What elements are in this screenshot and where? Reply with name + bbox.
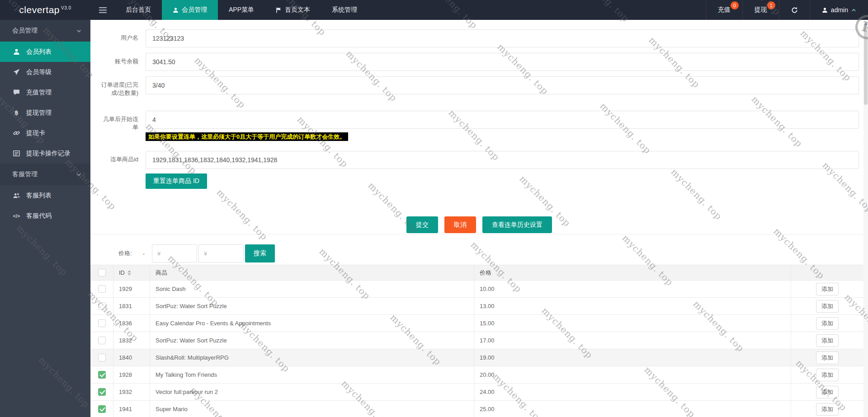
row-checkbox[interactable] [98,285,106,293]
send-icon [13,69,20,75]
table-row: 1836Easy Calendar Pro - Events & Appoint… [91,315,864,332]
add-button[interactable]: 添加 [816,300,839,313]
user-icon [822,7,828,13]
member-edit-form: 用户名账号余额订单进度(已完成/总数量)几单后开始连单如果你要设置连单，这里必须… [90,20,868,169]
row-id: 1832 [113,332,150,349]
nav-item-2[interactable]: APP菜单 [218,0,265,20]
row-action-cell: 添加 [791,384,864,401]
sidebar-item-0-4[interactable]: 提现卡 [0,123,90,143]
row-checkbox[interactable] [98,371,106,379]
product-table-wrap: ID 商品 价格 1929Sonic Dash10.00添加1831SortPu… [90,265,868,417]
add-button[interactable]: 添加 [816,386,839,398]
sidebar-item-label: 客服代码 [26,212,52,220]
scrollbar-thumb[interactable] [864,28,868,105]
form-label-2: 订单进度(已完成/总数量) [100,81,138,97]
row-checkbox-cell [91,332,113,349]
col-header-id: ID [119,269,125,276]
row-checkbox[interactable] [98,354,106,361]
users-icon [13,192,20,199]
row-checkbox[interactable] [98,302,106,310]
sidebar-item-1-1[interactable]: </>客服代码 [0,206,90,226]
sidebar-item-0-2[interactable]: 充值管理 [0,82,90,103]
row-price: 15.00 [474,315,791,332]
refresh-icon [791,7,798,14]
chevron-up-icon [851,8,856,13]
form-row-1: 账号余额 [90,53,868,71]
search-button[interactable]: 搜索 [245,244,275,262]
price-min-input[interactable] [152,244,197,262]
form-input-4[interactable] [146,151,859,169]
sidebar-item-0-3[interactable]: ฿提现管理 [0,103,90,123]
price-max-input[interactable] [198,244,244,262]
row-checkbox[interactable] [98,405,106,413]
hamburger-icon[interactable] [90,0,115,20]
form-label-4: 连单商品id [100,155,138,164]
form-input-0[interactable] [146,29,859,47]
row-price: 24.00 [474,384,791,401]
add-button[interactable]: 添加 [816,317,839,330]
nav-item-3[interactable]: 首页文本 [265,0,321,20]
sidebar-item-label: 提现卡操作记录 [26,150,71,158]
view-history-button[interactable]: 查看连单历史设置 [482,216,552,233]
chevron-down-icon [76,172,81,177]
recharge-badge: 0 [731,1,739,9]
row-product: Sonic Dash [150,281,474,298]
row-checkbox-cell [91,384,113,401]
nav-menu: 后台首页会员管理APP菜单首页文本系统管理 [115,0,368,20]
form-actions: 提交 取消 查看连单历史设置 [90,216,868,233]
add-button[interactable]: 添加 [816,351,839,364]
form-input-3[interactable] [146,111,859,129]
row-product: My Talking Tom Friends [150,366,474,384]
table-row: 1941Super Mario25.00添加 [91,401,864,417]
sort-icon[interactable] [127,270,131,276]
form-row-0: 用户名 [90,29,868,47]
chevron-down-icon [76,28,81,33]
flag-icon [276,7,282,13]
row-price: 17.00 [474,332,791,349]
sidebar-item-0-5[interactable]: 提现卡操作记录 [0,143,90,164]
row-checkbox[interactable] [98,319,106,327]
form-input-1[interactable] [146,53,859,71]
cancel-button[interactable]: 取消 [444,216,476,233]
row-price: 13.00 [474,298,791,315]
select-all-checkbox[interactable] [98,269,106,276]
row-product: Super Mario [150,401,474,417]
vertical-scrollbar[interactable] [863,20,868,417]
navbar-right: 充值 0 提现 1 admin [706,0,868,20]
nav-item-1[interactable]: 会员管理 [162,0,218,20]
form-input-2[interactable] [146,76,859,94]
chain-order-note: 如果你要设置连单，这里必须大于0且大于等于用户完成的订单数才会生效。 [146,132,348,141]
sidebar-item-0-0[interactable]: 会员列表 [0,42,90,62]
row-checkbox-cell [91,401,113,417]
add-button[interactable]: 添加 [816,403,839,416]
nav-item-4[interactable]: 系统管理 [321,0,368,20]
comment-icon [13,89,20,96]
withdraw-nav-button[interactable]: 提现 1 [742,0,779,20]
recharge-nav-button[interactable]: 充值 0 [706,0,742,20]
table-row: 1928My Talking Tom Friends20.00添加 [91,366,864,384]
row-product: Slash&Roll: MultiplayerRPG [150,349,474,366]
add-button[interactable]: 添加 [816,283,839,295]
admin-menu[interactable]: admin [810,0,868,20]
app-version: V3.0 [61,5,71,10]
form-row-2: 订单进度(已完成/总数量) [90,76,868,97]
sidebar-item-1-0[interactable]: 客服列表 [0,185,90,206]
main-content: 用户名账号余额订单进度(已完成/总数量)几单后开始连单如果你要设置连单，这里必须… [90,20,868,417]
add-button[interactable]: 添加 [816,369,839,381]
sidebar-item-0-1[interactable]: 会员等级 [0,62,90,82]
table-row: 1831SortPuz: Water Sort Puzzle13.00添加 [91,298,864,315]
row-checkbox[interactable] [98,337,106,344]
nav-item-label: APP菜单 [229,6,254,14]
submit-button[interactable]: 提交 [406,216,438,233]
nav-item-0[interactable]: 后台首页 [115,0,162,20]
reset-chain-product-id-button[interactable]: 重置连单商品 ID [146,173,207,189]
row-checkbox[interactable] [98,388,106,396]
sidebar: 会员管理会员列表会员等级充值管理฿提现管理提现卡提现卡操作记录客服管理客服列表<… [0,20,90,417]
sidebar-item-label: 会员等级 [26,68,52,76]
add-button[interactable]: 添加 [816,334,839,347]
refresh-button[interactable] [779,0,810,20]
sidebar-group-0[interactable]: 会员管理 [0,20,90,42]
scrollbar-up-arrow[interactable] [864,23,868,25]
withdraw-badge: 1 [767,1,775,9]
sidebar-group-1[interactable]: 客服管理 [0,164,90,185]
